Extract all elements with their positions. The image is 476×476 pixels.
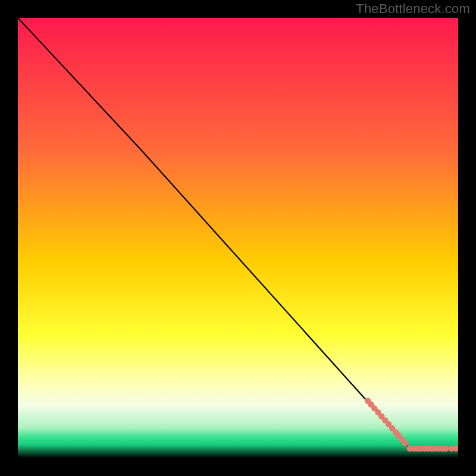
plot-area (18, 18, 458, 458)
watermark-text: TheBottleneck.com (356, 1, 470, 17)
chart-background (18, 18, 458, 458)
chart-container: TheBottleneck.com (0, 0, 476, 476)
marker-markers-descending (402, 440, 408, 446)
chart-svg (18, 18, 458, 458)
marker-markers-bottom (443, 446, 449, 452)
